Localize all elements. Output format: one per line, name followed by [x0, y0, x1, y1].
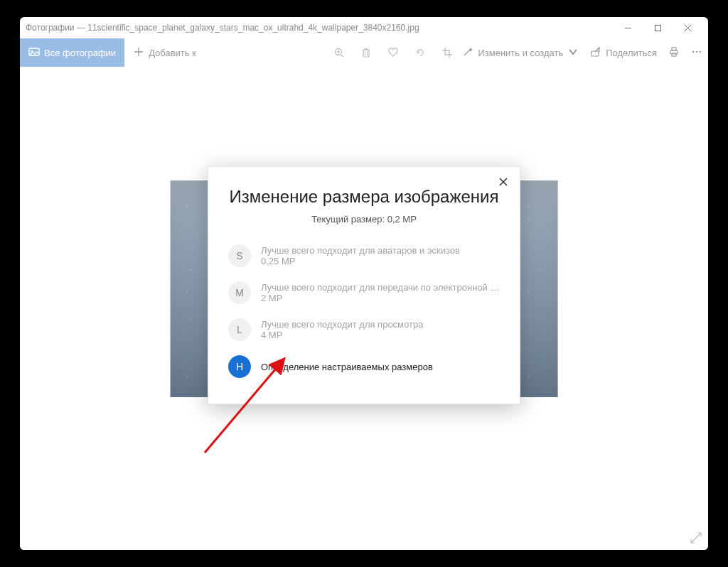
- maximize-button[interactable]: [643, 17, 673, 38]
- window-title: Фотографии — 11scientific_space_planet_g…: [26, 23, 613, 33]
- resize-dialog: Изменение размера изображения Текущий ра…: [208, 166, 520, 404]
- delete-icon[interactable]: [360, 46, 373, 59]
- option-size: 4 MP: [261, 330, 423, 340]
- svg-rect-21: [672, 48, 676, 50]
- zoom-icon[interactable]: [333, 46, 346, 59]
- edit-create-button[interactable]: Изменить и создать: [462, 46, 579, 60]
- titlebar: Фотографии — 11scientific_space_planet_g…: [20, 17, 708, 38]
- current-size-label: Текущий размер: 0,2 MP: [227, 214, 501, 225]
- dialog-close-button[interactable]: [494, 173, 513, 191]
- chevron-down-icon: [567, 46, 579, 60]
- size-badge-s: S: [228, 244, 251, 267]
- svg-rect-12: [363, 50, 369, 57]
- crop-icon[interactable]: [441, 46, 454, 59]
- resize-option-m[interactable]: M Лучше всего подходит для передачи по э…: [227, 274, 501, 311]
- all-photos-label: Все фотографии: [44, 48, 116, 58]
- more-button[interactable]: [691, 46, 702, 60]
- resize-option-s[interactable]: S Лучше всего подходит для аватаров и эс…: [227, 237, 501, 274]
- share-button[interactable]: Поделиться: [590, 46, 657, 60]
- svg-rect-22: [672, 53, 676, 56]
- size-badge-h: H: [228, 355, 251, 378]
- add-to-button[interactable]: Добавить к: [124, 46, 205, 60]
- svg-point-24: [696, 50, 697, 52]
- svg-rect-18: [592, 51, 599, 56]
- size-badge-m: M: [228, 281, 251, 304]
- resize-option-custom[interactable]: H Определение настраиваемых размеров: [227, 348, 501, 385]
- content-area: Изменение размера изображения Текущий ра…: [20, 67, 708, 550]
- close-window-button[interactable]: [673, 17, 702, 38]
- option-desc: Определение настраиваемых размеров: [261, 362, 433, 372]
- option-desc: Лучше всего подходит для передачи по эле…: [261, 282, 500, 293]
- resize-option-l[interactable]: L Лучше всего подходит для просмотра 4 M…: [227, 311, 501, 348]
- favorite-icon[interactable]: [387, 46, 400, 59]
- center-tools: [333, 46, 454, 59]
- more-icon: [691, 46, 702, 60]
- photos-icon: [28, 46, 40, 60]
- option-size: 0,25 MP: [261, 256, 460, 266]
- print-icon: [668, 46, 680, 60]
- minimize-button[interactable]: [613, 17, 643, 38]
- svg-line-9: [341, 55, 343, 57]
- right-tools: Изменить и создать Поделиться: [462, 46, 702, 60]
- app-window: Фотографии — 11scientific_space_planet_g…: [20, 17, 708, 550]
- svg-rect-1: [655, 25, 660, 31]
- print-button[interactable]: [668, 46, 680, 60]
- dialog-title: Изменение размера изображения: [227, 187, 501, 207]
- option-desc: Лучше всего подходит для просмотра: [261, 319, 423, 330]
- svg-line-28: [691, 533, 701, 543]
- share-icon: [590, 46, 601, 60]
- edit-create-label: Изменить и создать: [478, 48, 563, 58]
- option-desc: Лучше всего подходит для аватаров и эски…: [261, 245, 460, 256]
- rotate-icon[interactable]: [414, 46, 427, 59]
- option-size: 2 MP: [261, 293, 500, 303]
- svg-point-23: [692, 50, 694, 52]
- share-label: Поделиться: [606, 48, 657, 58]
- toolbar: Все фотографии Добавить к: [20, 38, 708, 67]
- svg-point-25: [700, 50, 701, 52]
- all-photos-button[interactable]: Все фотографии: [20, 38, 124, 67]
- plus-icon: [133, 46, 144, 60]
- magic-icon: [462, 46, 473, 60]
- size-badge-l: L: [228, 318, 251, 341]
- add-to-label: Добавить к: [149, 48, 196, 58]
- resize-handle-icon[interactable]: [690, 531, 702, 544]
